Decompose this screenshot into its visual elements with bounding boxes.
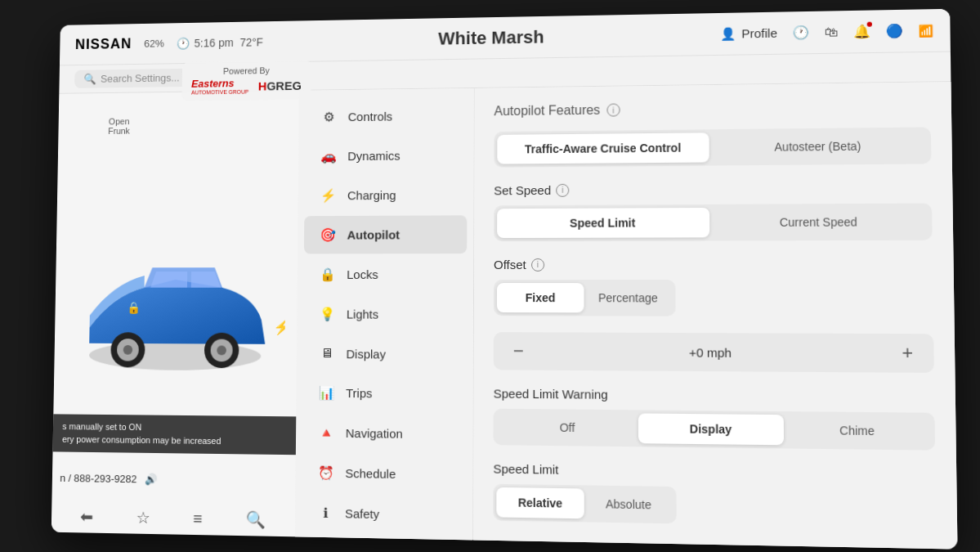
set-speed-header: Set Speed i xyxy=(494,180,932,196)
open-frunk-label[interactable]: Open Frunk xyxy=(108,116,130,135)
offset-header: Offset i xyxy=(494,257,933,272)
sidebar-item-schedule[interactable]: ⏰ Schedule xyxy=(302,453,466,494)
sidebar-item-controls[interactable]: ⚙ Controls xyxy=(305,96,468,135)
temperature: 72°F xyxy=(239,35,263,48)
star-icon[interactable]: ☆ xyxy=(136,507,150,527)
safety-label: Safety xyxy=(345,506,379,521)
back-icon[interactable]: ⬅ xyxy=(80,506,94,526)
bars-icon[interactable]: ≡ xyxy=(193,509,203,527)
time-display: 🕐 5:16 pm xyxy=(176,35,233,49)
sidebar-item-lights[interactable]: 💡 Lights xyxy=(303,294,467,333)
locks-label: Locks xyxy=(347,267,378,281)
sidebar-menu: ⚙ Controls 🚗 Dynamics ⚡ Charging 🎯 Autop… xyxy=(294,88,474,539)
autopilot-label: Autopilot xyxy=(347,227,400,241)
trips-label: Trips xyxy=(346,386,372,400)
alert-banner: s manually set to ON ery power consumpti… xyxy=(52,414,296,455)
speed-minus-button[interactable]: − xyxy=(506,340,530,361)
absolute-button[interactable]: Absolute xyxy=(584,488,673,520)
autopilot-features-info-icon[interactable]: i xyxy=(606,103,620,116)
location-center: White Marsh xyxy=(438,26,544,49)
car-image-area: Open Frunk xyxy=(51,90,298,536)
controls-icon: ⚙ xyxy=(320,109,337,124)
autopilot-icon: 🎯 xyxy=(320,227,336,242)
navigation-label: Navigation xyxy=(345,425,402,440)
navigation-icon: 🔺 xyxy=(318,424,334,440)
powered-by-label: Powered By xyxy=(222,65,269,75)
bag-icon[interactable]: 🛍 xyxy=(824,24,838,38)
hgreg-logo: HGREG xyxy=(257,79,301,92)
location-name: White Marsh xyxy=(438,26,544,49)
search-placeholder: Search Settings... xyxy=(100,71,179,84)
notification-dot xyxy=(866,21,871,26)
overlay-logos: Powered By Easterns AUTOMOTIVE GROUP HGR… xyxy=(181,60,311,100)
traffic-cruise-button[interactable]: Traffic-Aware Cruise Control xyxy=(497,132,709,164)
schedule-icon: ⏰ xyxy=(317,464,333,480)
alert-line2: ery power consumption may be increased xyxy=(61,433,285,447)
current-speed-button[interactable]: Current Speed xyxy=(709,206,929,237)
speed-limit-section: Speed Limit Relative Absolute xyxy=(493,461,936,527)
main-content: Open Frunk xyxy=(51,82,957,549)
profile-icon: 👤 xyxy=(720,26,736,41)
safety-icon: ℹ xyxy=(317,505,333,520)
chime-button[interactable]: Chime xyxy=(783,415,931,447)
off-button[interactable]: Off xyxy=(496,411,638,442)
battery-percentage: 62% xyxy=(144,37,164,49)
autopilot-features-buttons: Traffic-Aware Cruise Control Autosteer (… xyxy=(494,127,931,167)
display-label: Display xyxy=(346,346,385,360)
charging-label: Charging xyxy=(347,188,396,202)
charging-icon: ⚡ xyxy=(320,187,336,203)
speed-limit-label-header: Speed Limit xyxy=(493,461,935,482)
schedule-label: Schedule xyxy=(345,466,396,481)
set-speed-label: Set Speed xyxy=(494,182,551,196)
sidebar-item-dynamics[interactable]: 🚗 Dynamics xyxy=(304,136,467,175)
bluetooth-icon[interactable]: 🔵 xyxy=(885,22,902,38)
offset-info-icon[interactable]: i xyxy=(530,258,544,271)
sidebar-item-locks[interactable]: 🔒 Locks xyxy=(303,255,467,294)
set-speed-info-icon[interactable]: i xyxy=(556,183,569,196)
settings-panel: Autopilot Features i Traffic-Aware Cruis… xyxy=(473,82,957,549)
display-button[interactable]: Display xyxy=(638,413,783,445)
speed-plus-button[interactable]: + xyxy=(894,342,920,364)
search-icon: 🔍 xyxy=(83,73,96,85)
phone-number: n / 888-293-9282 🔊 xyxy=(60,472,157,486)
sidebar-item-navigation[interactable]: 🔺 Navigation xyxy=(302,413,466,453)
time-value: 5:16 pm xyxy=(194,35,233,48)
dynamics-label: Dynamics xyxy=(347,148,400,162)
wifi-icon[interactable]: 📶 xyxy=(918,23,933,37)
sidebar-item-trips[interactable]: 📊 Trips xyxy=(302,373,467,413)
easterns-logo: Easterns AUTOMOTIVE GROUP xyxy=(190,77,248,96)
percentage-button[interactable]: Percentage xyxy=(584,283,672,313)
screen-container: NISSAN 62% 🕐 5:16 pm 72°F White Marsh 👤 … xyxy=(51,8,957,549)
autosteer-button[interactable]: Autosteer (Beta) xyxy=(709,130,928,162)
sidebar-item-display[interactable]: 🖥 Display xyxy=(302,334,466,373)
notification-wrapper: 🔔 xyxy=(853,23,870,39)
trips-icon: 📊 xyxy=(318,384,334,400)
offset-buttons: Fixed Percentage xyxy=(493,279,675,316)
speed-limit-warning-label: Speed Limit Warning xyxy=(493,386,607,401)
sidebar-item-autopilot[interactable]: 🎯 Autopilot xyxy=(303,215,466,254)
set-speed-buttons: Speed Limit Current Speed xyxy=(494,203,933,241)
autopilot-features-label: Autopilot Features xyxy=(494,102,600,118)
speed-limit-type-buttons: Relative Absolute xyxy=(493,483,676,523)
search-nav-icon[interactable]: 🔍 xyxy=(245,509,266,529)
display-icon: 🖥 xyxy=(319,346,335,361)
locks-icon: 🔒 xyxy=(320,267,336,282)
left-panel: Open Frunk xyxy=(51,90,298,536)
clock-icon: 🕐 xyxy=(176,36,189,49)
alarm-icon[interactable]: 🕐 xyxy=(792,25,809,40)
speed-limit-warning-buttons: Off Display Chime xyxy=(493,408,935,450)
profile-button[interactable]: 👤 Profile xyxy=(720,25,776,41)
relative-button[interactable]: Relative xyxy=(496,487,584,518)
offset-label: Offset xyxy=(494,257,526,271)
audio-icon: 🔊 xyxy=(144,473,157,485)
sidebar-item-charging[interactable]: ⚡ Charging xyxy=(304,175,467,214)
fixed-button[interactable]: Fixed xyxy=(496,283,584,312)
controls-label: Controls xyxy=(347,109,392,123)
speed-limit-button[interactable]: Speed Limit xyxy=(497,207,709,237)
speed-limit-warning-header: Speed Limit Warning xyxy=(493,386,934,404)
sidebar-item-safety[interactable]: ℹ Safety xyxy=(301,493,465,535)
location-info: 🕐 5:16 pm 72°F xyxy=(176,35,262,49)
logo-row: Easterns AUTOMOTIVE GROUP HGREG xyxy=(190,76,301,96)
speed-value-display: +0 mph xyxy=(688,344,731,359)
header-left: NISSAN 62% 🕐 5:16 pm 72°F xyxy=(74,33,262,52)
